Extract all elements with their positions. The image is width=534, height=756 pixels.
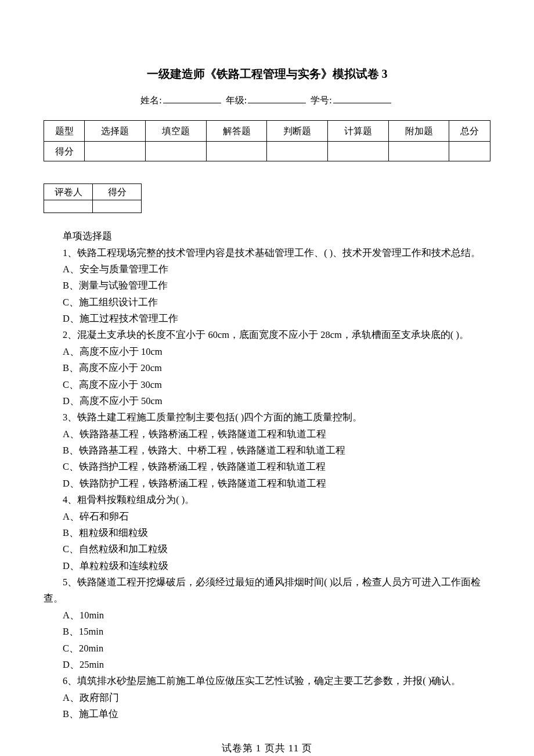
score-table-header-row: 题型 选择题 填空题 解答题 判断题 计算题 附加题 总分: [44, 121, 490, 142]
question-option: C、施工组织设计工作: [44, 294, 490, 311]
question-stem: 1、铁路工程现场完整的技术管理内容是技术基础管理工作、( )、技术开发管理工作和…: [44, 245, 490, 261]
score-cell[interactable]: [267, 142, 328, 161]
question-option: C、20min: [44, 640, 490, 657]
grader-cell[interactable]: [44, 200, 93, 213]
question-option: D、单粒粒级和连续粒级: [44, 558, 490, 574]
score-header: 判断题: [267, 121, 328, 142]
question-option: B、测量与试验管理工作: [44, 278, 490, 294]
questions-content: 单项选择题 1、铁路工程现场完整的技术管理内容是技术基础管理工作、( )、技术开…: [44, 228, 490, 722]
question-option: B、15min: [44, 624, 490, 640]
grader-table: 评卷人 得分: [44, 183, 142, 213]
name-blank[interactable]: [163, 94, 221, 103]
question-option: A、碎石和卵石: [44, 509, 490, 525]
score-cell[interactable]: [449, 142, 490, 161]
question-option: C、高度不应小于 30cm: [44, 377, 490, 393]
score-row-label: 得分: [44, 142, 85, 161]
score-header: 计算题: [328, 121, 389, 142]
score-header: 题型: [44, 121, 85, 142]
question-stem: 3、铁路土建工程施工质量控制主要包括( )四个方面的施工质量控制。: [44, 409, 490, 426]
name-label: 姓名:: [140, 95, 161, 105]
student-meta-line: 姓名: 年级: 学号:: [44, 92, 490, 109]
question-stem: 5、铁路隧道工程开挖爆破后，必须经过最短的通风排烟时间( )以后，检查人员方可进…: [44, 574, 490, 591]
question-option: B、施工单位: [44, 706, 490, 722]
page-footer: 试卷第 1 页共 11 页: [44, 740, 490, 756]
score-table: 题型 选择题 填空题 解答题 判断题 计算题 附加题 总分 得分: [44, 120, 490, 161]
score-table-value-row: 得分: [44, 142, 490, 161]
question-option: A、高度不应小于 10cm: [44, 344, 490, 360]
question-stem: 4、粗骨料按颗粒组成分为( )。: [44, 492, 490, 508]
score-header: 选择题: [85, 121, 146, 142]
question-option: D、高度不应小于 50cm: [44, 393, 490, 409]
score-cell[interactable]: [388, 142, 449, 161]
score-cell[interactable]: [85, 142, 146, 161]
question-option: A、铁路路基工程，铁路桥涵工程，铁路隧道工程和轨道工程: [44, 426, 490, 442]
question-option: D、铁路防护工程，铁路桥涵工程，铁路隧道工程和轨道工程: [44, 476, 490, 492]
exam-title: 一级建造师《铁路工程管理与实务》模拟试卷 3: [44, 64, 490, 84]
grade-label: 年级:: [226, 95, 247, 105]
score-header: 填空题: [146, 121, 207, 142]
id-blank[interactable]: [333, 94, 391, 103]
score-cell[interactable]: [146, 142, 207, 161]
score-cell[interactable]: [206, 142, 267, 161]
question-option: C、铁路挡护工程，铁路桥涵工程，铁路隧道工程和轨道工程: [44, 459, 490, 475]
score-cell[interactable]: [328, 142, 389, 161]
question-stem: 2、混凝土支承块的长度不宜小于 60cm，底面宽度不应小于 28cm，承轨槽面至…: [44, 327, 490, 343]
grader-score-label: 得分: [93, 184, 142, 200]
question-option: C、自然粒级和加工粒级: [44, 541, 490, 557]
section-heading: 单项选择题: [44, 228, 490, 244]
question-stem-wrap: 查。: [44, 591, 490, 607]
question-option: B、粗粒级和细粒级: [44, 525, 490, 541]
id-label: 学号:: [311, 95, 331, 105]
question-option: B、铁路路基工程，铁路大、中桥工程，铁路隧道工程和轨道工程: [44, 442, 490, 459]
grader-score-cell[interactable]: [93, 200, 142, 213]
score-header: 总分: [449, 121, 490, 142]
question-option: D、施工过程技术管理工作: [44, 311, 490, 327]
grader-label: 评卷人: [44, 184, 93, 200]
question-option: A、政府部门: [44, 690, 490, 706]
question-option: D、25min: [44, 657, 490, 673]
score-header: 解答题: [206, 121, 267, 142]
question-stem: 6、填筑排水砂垫层施工前施工单位应做压实工艺性试验，确定主要工艺参数，并报( )…: [44, 673, 490, 689]
question-option: A、安全与质量管理工作: [44, 261, 490, 278]
grade-blank[interactable]: [248, 94, 306, 103]
score-header: 附加题: [388, 121, 449, 142]
question-option: A、10min: [44, 607, 490, 624]
question-option: B、高度不应小于 20cm: [44, 360, 490, 376]
